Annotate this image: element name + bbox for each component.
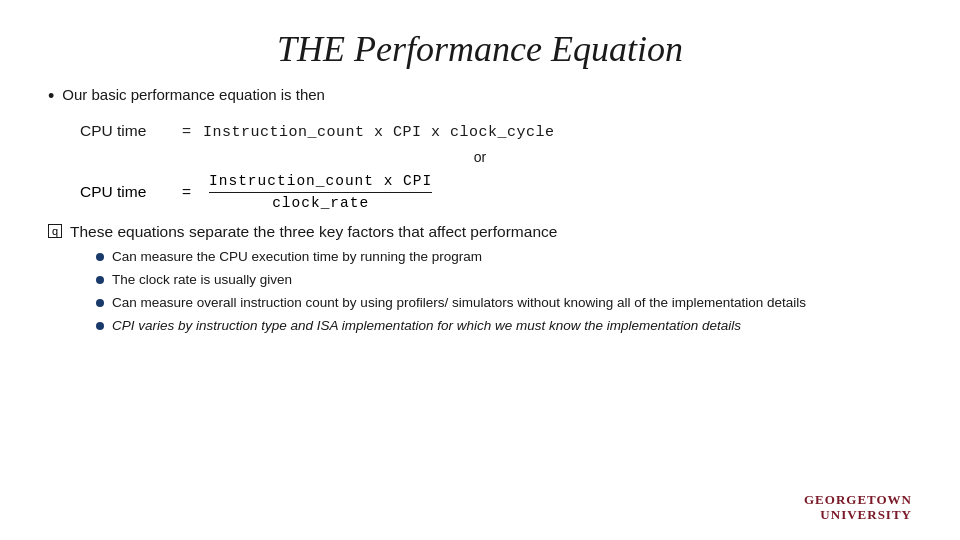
sub-bullet-3: CPI varies by instruction type and ISA i… xyxy=(96,317,912,336)
or-text: or xyxy=(48,149,912,165)
eq1-equals: = xyxy=(182,122,191,140)
equation-block-1: CPU time = Instruction_count x CPI x clo… xyxy=(80,122,912,141)
q-bullet: q These equations separate the three key… xyxy=(48,221,912,243)
eq1-label: CPU time xyxy=(80,122,170,140)
fraction-numerator: Instruction_count x CPI xyxy=(209,173,432,192)
slide-title: THE Performance Equation xyxy=(48,28,912,70)
logo-line-2: UNIVERSITY xyxy=(804,508,912,522)
bullet-dot: • xyxy=(48,86,54,108)
sub-bullet-text-2: Can measure overall instruction count by… xyxy=(112,294,806,313)
sub-dot-icon-1 xyxy=(96,276,104,284)
sub-bullet-2: Can measure overall instruction count by… xyxy=(96,294,912,313)
sub-dot-icon-3 xyxy=(96,322,104,330)
sub-bullet-1: The clock rate is usually given xyxy=(96,271,912,290)
logo-line-1: GEORGETOWN xyxy=(804,493,912,507)
sub-bullet-text-0: Can measure the CPU execution time by ru… xyxy=(112,248,482,267)
q-square-icon: q xyxy=(48,224,62,238)
equation-row-1: CPU time = Instruction_count x CPI x clo… xyxy=(80,122,912,141)
fraction: Instruction_count x CPI clock_rate xyxy=(209,173,432,211)
slide: THE Performance Equation • Our basic per… xyxy=(0,0,960,540)
eq2-label: CPU time xyxy=(80,183,170,201)
main-bullet: • Our basic performance equation is then xyxy=(48,86,912,108)
q-bullet-text: These equations separate the three key f… xyxy=(70,221,557,243)
sub-dot-icon-0 xyxy=(96,253,104,261)
eq1-expression: Instruction_count x CPI x clock_cycle xyxy=(203,124,555,141)
equation-block-2: CPU time = Instruction_count x CPI clock… xyxy=(80,173,912,211)
eq2-equals: = xyxy=(182,183,191,201)
fraction-line xyxy=(209,192,432,193)
sub-bullets-list: Can measure the CPU execution time by ru… xyxy=(96,248,912,336)
sub-bullet-text-3: CPI varies by instruction type and ISA i… xyxy=(112,317,741,336)
sub-bullet-text-1: The clock rate is usually given xyxy=(112,271,292,290)
sub-bullet-0: Can measure the CPU execution time by ru… xyxy=(96,248,912,267)
fraction-denominator: clock_rate xyxy=(209,195,432,211)
main-bullet-text: Our basic performance equation is then xyxy=(62,86,325,103)
georgetown-logo: GEORGETOWN UNIVERSITY xyxy=(804,493,912,522)
sub-dot-icon-2 xyxy=(96,299,104,307)
